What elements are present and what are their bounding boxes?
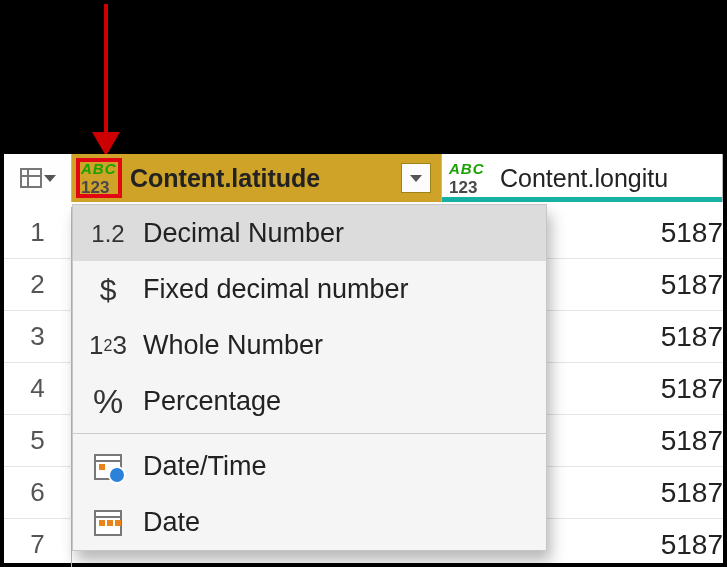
column-header-longitude[interactable]: ABC123 Content.longitu xyxy=(442,154,723,202)
data-type-button-latitude[interactable]: ABC123 xyxy=(76,158,122,198)
row-number[interactable]: 2 xyxy=(4,259,72,311)
column-filter-button-latitude[interactable] xyxy=(401,163,431,193)
table-icon xyxy=(20,168,42,188)
menu-item-label: Fixed decimal number xyxy=(143,274,409,305)
percentage-icon: % xyxy=(73,382,143,421)
menu-item-label: Date xyxy=(143,507,200,538)
row-number[interactable]: 6 xyxy=(4,467,72,519)
menu-item-decimal-number[interactable]: 1.2 Decimal Number xyxy=(73,205,546,261)
menu-item-fixed-decimal[interactable]: $ Fixed decimal number xyxy=(73,261,546,317)
currency-icon: $ xyxy=(73,273,143,307)
row-number[interactable]: 7 xyxy=(4,519,72,567)
any-type-icon: ABC123 xyxy=(449,161,489,195)
column-header-latitude[interactable]: ABC123 Content.latitude xyxy=(72,154,442,202)
chevron-down-icon xyxy=(44,175,56,182)
screenshot-frame: ABC123 Content.latitude ABC123 Content.l… xyxy=(0,0,727,567)
callout-arrow-line xyxy=(104,4,108,142)
callout-arrow-head-icon xyxy=(92,132,120,156)
data-type-button-longitude[interactable]: ABC123 xyxy=(446,158,492,198)
menu-item-label: Date/Time xyxy=(143,451,267,482)
row-number[interactable]: 3 xyxy=(4,311,72,363)
menu-item-label: Whole Number xyxy=(143,330,323,361)
whole-number-icon: 123 xyxy=(73,330,143,361)
menu-item-label: Percentage xyxy=(143,386,281,417)
data-grid: ABC123 Content.latitude ABC123 Content.l… xyxy=(4,154,723,563)
any-type-icon: ABC123 xyxy=(81,161,117,195)
column-name-latitude: Content.latitude xyxy=(122,164,401,193)
row-number[interactable]: 4 xyxy=(4,363,72,415)
menu-item-date-time[interactable]: Date/Time xyxy=(73,438,546,494)
date-icon xyxy=(73,510,143,536)
menu-separator xyxy=(73,433,546,434)
column-name-longitude: Content.longitu xyxy=(492,164,722,193)
decimal-number-icon: 1.2 xyxy=(73,220,143,248)
menu-item-label: Decimal Number xyxy=(143,218,344,249)
column-header-row: ABC123 Content.latitude ABC123 Content.l… xyxy=(4,154,723,202)
date-time-icon xyxy=(73,454,143,480)
chevron-down-icon xyxy=(410,175,422,182)
menu-item-whole-number[interactable]: 123 Whole Number xyxy=(73,317,546,373)
table-options-button[interactable] xyxy=(4,154,72,202)
row-number[interactable]: 5 xyxy=(4,415,72,467)
data-type-menu: 1.2 Decimal Number $ Fixed decimal numbe… xyxy=(72,204,547,551)
row-number[interactable]: 1 xyxy=(4,207,72,259)
menu-item-percentage[interactable]: % Percentage xyxy=(73,373,546,429)
menu-item-date[interactable]: Date xyxy=(73,494,546,550)
